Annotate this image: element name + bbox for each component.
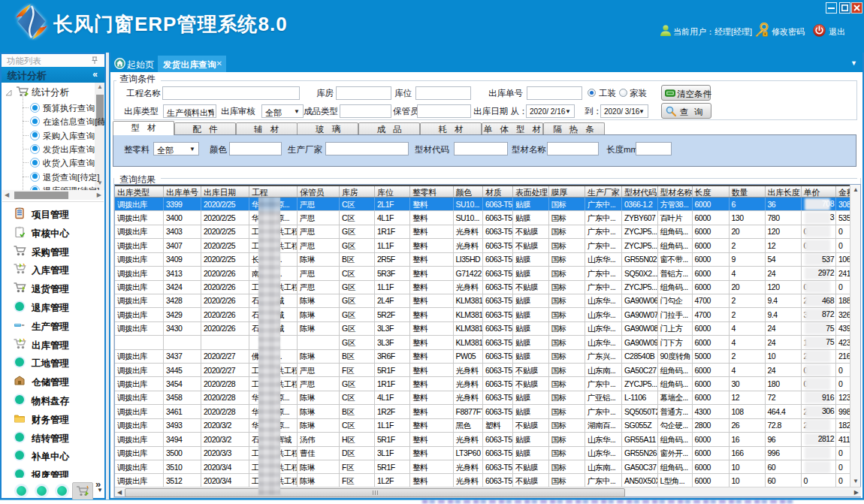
grid-row[interactable]: 调拨出库34072020/2/25工共工程严思G区1L1F整料光身料6063-T…	[115, 239, 851, 252]
grid-row[interactable]: G区3L3F整料KLM38176063-T5贴膜国标山东华...GA90W09.…	[115, 336, 851, 349]
grid-column-header[interactable]: 出库日期	[201, 186, 249, 197]
grid-hscrollbar-thumb[interactable]	[125, 488, 625, 497]
grid-column-header[interactable]: 颜色	[454, 186, 484, 197]
grid-row[interactable]: 调拨出库34002020/2/25华原...严思C区4L1F整料SU10...6…	[115, 211, 851, 225]
tree-item-label[interactable]: 在途信息查询[待	[43, 116, 104, 128]
name-input[interactable]	[547, 142, 599, 155]
grid-row[interactable]: 调拨出库34292020/2/26石城陈琳G区5R2F整料KLM38176063…	[115, 308, 851, 321]
scroll-left-icon[interactable]: ◀	[5, 192, 9, 198]
grid-column-header[interactable]: 金额	[836, 186, 850, 197]
material-tab-6[interactable]: 单 体 型 材	[482, 122, 543, 134]
tree-item-label[interactable]: 退货查询[待定]	[43, 172, 99, 183]
tree-item-label[interactable]: 预算执行查询	[43, 103, 95, 114]
change-password-button[interactable]: 修改密码	[772, 26, 805, 38]
sidebar-item-9[interactable]: 仓储管理	[2, 375, 103, 390]
grid-column-header[interactable]: 生产厂家	[585, 186, 622, 197]
grid-row[interactable]: 调拨出库34582020/2/28华原...陈琳C区4L1F整料光身料6063-…	[115, 391, 851, 405]
clear-conditions-button[interactable]: 清空条件	[661, 85, 711, 101]
grid-row[interactable]: 调拨出库34132020/2/26南...严思C区5R3F整料G71422606…	[115, 267, 851, 280]
logout-button[interactable]: 退出	[829, 26, 845, 38]
grid-column-header[interactable]: 工程	[249, 186, 298, 197]
grid-row[interactable]: 调拨出库34302020/2/26石城陈琳G区3L3F整料KLM38176063…	[115, 322, 851, 336]
tree-horizontal-scrollbar[interactable]: ◀ ▶	[2, 190, 104, 200]
grid-row[interactable]: 调拨出库34032020/2/25工共工程严思G区1R1F整料光身料6063-T…	[115, 225, 851, 239]
tab-outbound-query[interactable]: 发货出库查询 ✕	[158, 56, 226, 72]
tab-close-icon[interactable]: ✕	[216, 59, 222, 68]
pin-icon[interactable]	[91, 56, 98, 65]
grid-column-header[interactable]: 整零料	[410, 186, 454, 197]
date-from-picker[interactable]: 2020/ 2/16▼	[526, 104, 575, 118]
sidebar-item-11[interactable]: 财务管理	[2, 412, 103, 427]
grid-column-header[interactable]: 出库类型	[115, 186, 164, 197]
teal-dot-icon[interactable]	[17, 486, 26, 496]
grid-row[interactable]: 调拨出库34932020/3/2华原...陈琳C区1L1F整料黑色塑料不贴膜国标…	[115, 419, 851, 433]
tree-hscrollbar-thumb[interactable]	[14, 192, 68, 199]
maximize-button[interactable]	[839, 2, 850, 14]
audit-dropdown[interactable]: 全部▼	[261, 104, 304, 118]
material-tab-5[interactable]: 耗 材	[420, 122, 482, 134]
date-to-picker[interactable]: 2020/ 3/16▼	[600, 104, 648, 118]
grid-row[interactable]: 调拨出库34612020/2/28华原...陈琳B区1R2F整料F8877FT6…	[115, 405, 851, 418]
grid-column-header[interactable]: 出库长度	[766, 186, 802, 197]
sidebar-item-0[interactable]: 项目管理	[2, 207, 103, 222]
tab-home-label[interactable]: 起始页	[127, 59, 154, 71]
teal-dot-icon[interactable]	[57, 486, 67, 496]
maker-input[interactable]	[325, 142, 409, 155]
sidebar-item-6[interactable]: 生产管理	[2, 319, 103, 334]
sidebar-item-3[interactable]: 入库管理	[2, 263, 103, 278]
color-input[interactable]	[229, 142, 282, 155]
radio-gongzhuang[interactable]	[588, 89, 596, 97]
tree-root[interactable]: 统计分析	[2, 85, 103, 98]
teal-dot-icon[interactable]	[37, 486, 47, 496]
project-name-input[interactable]	[162, 86, 300, 100]
grid-column-header[interactable]: 数量	[730, 186, 766, 197]
scroll-left-icon[interactable]: ◀	[117, 490, 122, 496]
out-type-dropdown[interactable]: 生产领料出库▼	[163, 104, 216, 118]
tree-item[interactable]: 发货出库查询	[29, 143, 104, 156]
tree-item-label[interactable]: 发货出库查询	[43, 144, 95, 155]
sidebar-item-10[interactable]: 物料盘存	[2, 394, 103, 409]
expander-icon[interactable]	[5, 89, 12, 96]
tree-item[interactable]: 采购入库查询	[29, 129, 104, 143]
grid-column-header[interactable]: 单价	[802, 186, 837, 197]
tree-item-label[interactable]: 采购入库查询	[43, 131, 95, 142]
radio-jiazhuang[interactable]	[619, 89, 627, 97]
grid-column-header[interactable]: 型材名称	[658, 186, 693, 197]
tree-item[interactable]: 退货查询[待定]	[29, 171, 104, 184]
close-button[interactable]	[851, 2, 862, 14]
grid-row[interactable]: 调拨出库34092020/2/25长...陈琳B区2R5F整料LI35HD606…	[115, 253, 851, 267]
tree-item-label[interactable]: 收货入库查询	[43, 158, 95, 169]
sidebar-item-5[interactable]: 退库管理	[2, 300, 103, 315]
grid-column-header[interactable]: 长度	[693, 186, 730, 197]
scroll-down-icon[interactable]: ▼	[853, 478, 859, 484]
sidebar-item-12[interactable]: 结转管理	[2, 431, 103, 446]
grid-horizontal-scrollbar[interactable]: ◀ ▶	[115, 487, 861, 496]
grid-column-header[interactable]: 材质	[483, 186, 513, 197]
whole-material-dropdown[interactable]: 全部▼	[153, 142, 199, 155]
location-input[interactable]	[415, 86, 471, 100]
warehouse-input[interactable]	[336, 86, 391, 100]
grid-row[interactable]: 调拨出库34372020/2/27佛...陈琳B区3R6F整料PW056063-…	[115, 350, 851, 364]
grid-column-header[interactable]: 膜厚	[549, 186, 586, 197]
search-button[interactable]: 查 询	[661, 103, 711, 119]
length-input[interactable]	[636, 142, 672, 155]
scroll-right-icon[interactable]: ▶	[97, 192, 101, 198]
grid-column-header[interactable]: 表面处理	[513, 186, 549, 197]
material-tab-4[interactable]: 成 品	[358, 122, 420, 134]
material-tab-7[interactable]: 隔 热 条	[543, 122, 605, 134]
grid-row[interactable]: 调拨出库34542020/2/28工共工程严思G区1R1F整料光身料6063-T…	[115, 377, 851, 391]
grid-column-header[interactable]: 出库单号	[164, 186, 201, 197]
grid-column-header[interactable]: 库房	[340, 186, 375, 197]
sidebar-item-13[interactable]: 补单中心	[2, 449, 103, 464]
grid-column-header[interactable]: 库位	[375, 186, 410, 197]
scroll-up-icon[interactable]: ▲	[97, 84, 103, 90]
tree-item[interactable]: 退库管理[待定]	[29, 184, 104, 190]
material-tab-0[interactable]: 型 材	[113, 121, 174, 135]
collapse-icon[interactable]: «	[92, 69, 98, 80]
tab-active-label[interactable]: 发货出库查询	[163, 59, 216, 71]
keeper-input[interactable]	[417, 104, 471, 118]
grid-row[interactable]: 调拨出库35102020/3/4工共工程陈琳F区5R1F整料光身料6063-T5…	[115, 460, 851, 474]
sidebar-item-4[interactable]: 退货管理	[2, 282, 103, 297]
material-tab-2[interactable]: 辅 材	[236, 122, 298, 134]
overflow-down-icon[interactable]: ▼	[97, 487, 103, 493]
